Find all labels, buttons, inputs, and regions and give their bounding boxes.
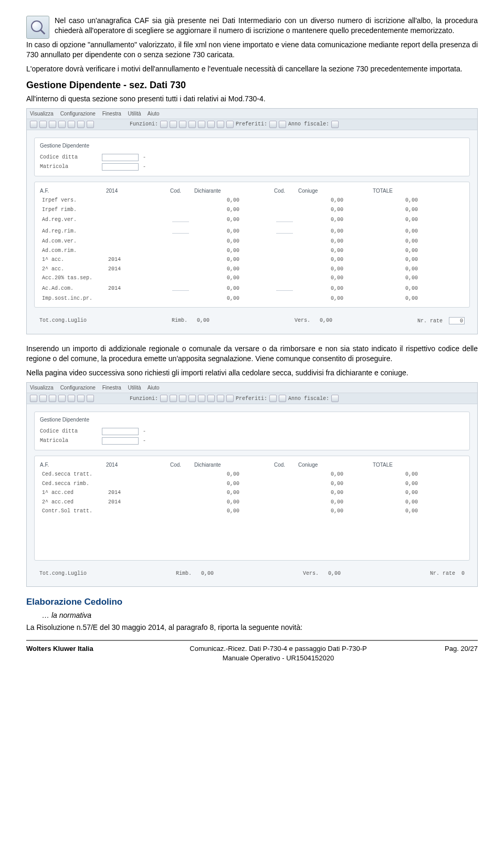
cod-input[interactable]	[172, 215, 189, 222]
dash: -	[143, 163, 146, 171]
toolbar-btn[interactable]	[39, 121, 47, 128]
row-year	[106, 241, 138, 242]
toolbar-btn[interactable]	[279, 121, 286, 128]
menu-utilita[interactable]: Utilità	[128, 111, 141, 117]
toolbar-btn[interactable]	[188, 395, 196, 402]
foot-nr-val[interactable]: 0	[449, 317, 465, 324]
toolbar-btn[interactable]	[217, 395, 224, 402]
toolbar-btn[interactable]	[226, 121, 234, 128]
toolbar-btn[interactable]	[68, 395, 75, 402]
cod-input[interactable]	[172, 284, 189, 291]
menu-finestra[interactable]: Finestra	[102, 111, 121, 117]
cell	[349, 268, 370, 269]
col-con: Coniuge	[298, 186, 345, 196]
cell	[349, 219, 370, 220]
row-tot: 0,00	[373, 256, 420, 264]
cell	[349, 483, 370, 485]
toolbar-btn[interactable]	[198, 395, 205, 402]
input-codice-ditta[interactable]	[102, 428, 139, 435]
row-label: Ad.com.rim.	[40, 247, 103, 255]
row-tot: 0,00	[373, 285, 420, 293]
cod-input[interactable]	[276, 227, 293, 234]
menu-aiuto[interactable]: Aiuto	[148, 111, 160, 117]
foot-vers-val: 0,00	[320, 318, 332, 323]
row-dich: 0,00	[194, 256, 242, 264]
toolbar-btn[interactable]	[160, 395, 167, 402]
menu-finestra[interactable]: Finestra	[102, 385, 121, 391]
toolbar-btn[interactable]	[179, 121, 186, 128]
toolbar-btn[interactable]	[179, 395, 186, 402]
toolbar-btn[interactable]	[30, 395, 37, 402]
toolbar-btn[interactable]	[269, 121, 277, 128]
toolbar-btn[interactable]	[170, 121, 177, 128]
row-year	[106, 474, 138, 475]
row-year: 2014	[106, 285, 138, 293]
menu-configurazione[interactable]: Configurazione	[60, 111, 96, 117]
toolbar-btn[interactable]	[226, 395, 234, 402]
toolbar-btn[interactable]	[30, 121, 37, 128]
cod-input[interactable]	[172, 227, 189, 234]
toolbar-btn[interactable]	[58, 395, 66, 402]
dash: -	[143, 154, 146, 161]
input-matricola[interactable]	[102, 163, 139, 171]
cod-input[interactable]	[276, 284, 293, 291]
row-con: 0,00	[298, 227, 345, 236]
col-cod2: Cod.	[274, 186, 295, 196]
toolbar-btn[interactable]	[198, 121, 205, 128]
toolbar-btn[interactable]	[188, 121, 196, 128]
row-tot: 0,00	[373, 274, 420, 282]
cell	[245, 502, 271, 503]
section-heading-gestione: Gestione Dipendente - sez. Dati 730	[26, 79, 478, 91]
cell	[141, 474, 167, 475]
toolbar-btn[interactable]	[68, 121, 75, 128]
cell	[349, 209, 370, 210]
toolbar-btn[interactable]	[207, 395, 215, 402]
cell	[141, 288, 167, 289]
row-con: 0,00	[298, 196, 345, 205]
row-tot: 0,00	[373, 196, 420, 205]
cell	[245, 241, 271, 242]
cod-input[interactable]	[276, 215, 293, 222]
foot-rimb-val: 0,00	[201, 571, 214, 576]
toolbar-btn[interactable]	[331, 121, 339, 128]
row-tot: 0,00	[373, 498, 420, 507]
row-cod1	[170, 492, 191, 493]
label-matricola: Matricola	[40, 437, 98, 445]
paragraph-5: Inserendo un importo di addizionale regi…	[26, 344, 478, 364]
toolbar-btn[interactable]	[77, 121, 85, 128]
menu-visualizza[interactable]: Visualizza	[30, 111, 54, 117]
toolbar-btn[interactable]	[331, 395, 339, 402]
menu-configurazione[interactable]: Configurazione	[60, 385, 96, 391]
col-tot: TOTALE	[373, 460, 420, 470]
menu-visualizza[interactable]: Visualizza	[30, 385, 54, 391]
cell	[245, 209, 271, 210]
toolbar-btn[interactable]	[207, 121, 215, 128]
row-label: Ad.reg.rim.	[40, 227, 103, 236]
input-matricola[interactable]	[102, 437, 139, 445]
row-tot: 0,00	[373, 227, 420, 236]
toolbar-btn[interactable]	[217, 121, 224, 128]
menu-utilita[interactable]: Utilità	[128, 385, 141, 391]
row-dich: 0,00	[194, 247, 242, 255]
row-tot: 0,00	[373, 206, 420, 214]
toolbar-btn[interactable]	[279, 395, 286, 402]
toolbar-btn[interactable]	[39, 395, 47, 402]
menu-aiuto[interactable]: Aiuto	[148, 385, 160, 391]
toolbar-btn[interactable]	[49, 121, 56, 128]
cell	[141, 259, 167, 260]
toolbar-btn[interactable]	[58, 121, 66, 128]
toolbar-label-preferiti: Preferiti:	[236, 395, 267, 403]
toolbar-btn[interactable]	[269, 395, 277, 402]
toolbar-btn[interactable]	[87, 395, 94, 402]
toolbar-btn[interactable]	[160, 121, 167, 128]
col-year: 2014	[106, 460, 138, 470]
row-con: 0,00	[298, 274, 345, 282]
toolbar-btn[interactable]	[49, 395, 56, 402]
toolbar-btn[interactable]	[77, 395, 85, 402]
cell	[141, 200, 167, 201]
row-label: Irpef vers.	[40, 196, 103, 205]
toolbar-btn[interactable]	[87, 121, 94, 128]
toolbar-btn[interactable]	[170, 395, 177, 402]
cell	[349, 502, 370, 503]
input-codice-ditta[interactable]	[102, 154, 139, 161]
